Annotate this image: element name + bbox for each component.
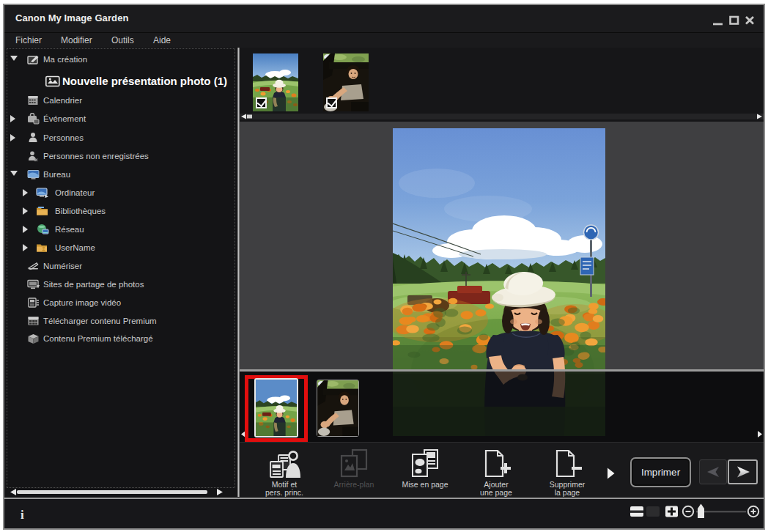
svg-text:i: i <box>21 508 24 522</box>
